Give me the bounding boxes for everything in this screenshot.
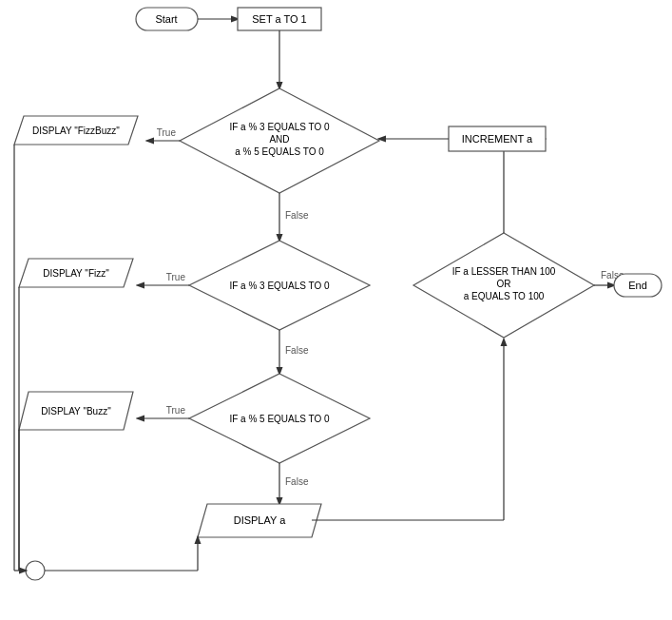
display-a-label: DISPLAY a bbox=[234, 514, 287, 526]
true1-label: True bbox=[157, 127, 177, 138]
start-label: Start bbox=[155, 13, 177, 25]
if-fizz-label: IF a % 3 EQUALS TO 0 bbox=[229, 281, 330, 291]
display-buzz-label: DISPLAY "Buzz" bbox=[41, 406, 111, 417]
true2-label: True bbox=[166, 272, 186, 282]
if-less100-label3: a EQUALS TO 100 bbox=[464, 291, 545, 301]
if-fizzbuzz-label3: a % 5 EQUALS TO 0 bbox=[235, 146, 324, 157]
end-label: End bbox=[628, 280, 647, 291]
false1-label: False bbox=[285, 210, 309, 221]
display-fizzbuzz-label: DISPLAY "FizzBuzz" bbox=[32, 126, 120, 136]
false2-label: False bbox=[285, 345, 309, 356]
true3-label: True bbox=[166, 405, 186, 416]
display-fizz-label: DISPLAY "Fizz" bbox=[43, 268, 109, 279]
if-fizzbuzz-label2: AND bbox=[269, 134, 289, 145]
set-a-label: SET a TO 1 bbox=[252, 13, 306, 25]
false3-label: False bbox=[285, 476, 309, 487]
if-less100-label2: OR bbox=[497, 279, 511, 289]
if-fizzbuzz-label1: IF a % 3 EQUALS TO 0 bbox=[229, 122, 330, 132]
if-buzz-label: IF a % 5 EQUALS TO 0 bbox=[229, 414, 330, 424]
circle-bottom bbox=[26, 561, 45, 580]
increment-label: INCREMENT a bbox=[462, 133, 533, 145]
if-less100-label1: IF a LESSER THAN 100 bbox=[452, 266, 556, 277]
flowchart: Start SET a TO 1 IF a % 3 EQUALS TO 0 AN… bbox=[0, 0, 672, 620]
